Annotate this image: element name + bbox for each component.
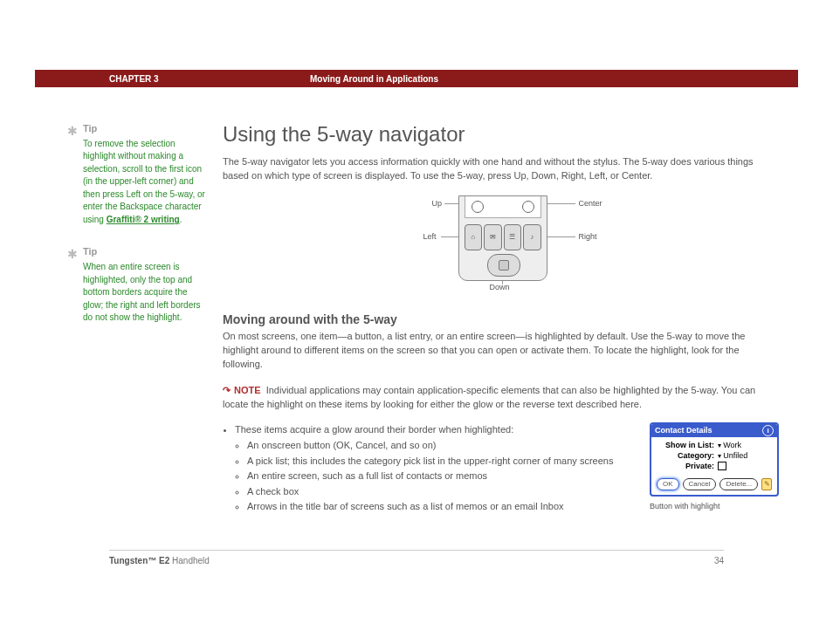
asterisk-icon: ✱	[67, 122, 78, 140]
note-block: ↷NOTE Individual applications may contai…	[223, 384, 781, 412]
header-bar: CHAPTER 3 Moving Around in Applications	[35, 70, 798, 87]
list-item: An onscreen button (OK, Cancel, and so o…	[247, 438, 632, 453]
tip-body: When an entire screen is highlighted, on…	[83, 261, 205, 325]
graffiti-link[interactable]: Graffiti® 2 writing	[107, 215, 180, 224]
palm-dialog-title: Contact Details	[655, 426, 713, 435]
diagram-label-center: Center	[579, 199, 602, 208]
field-label: Category:	[657, 451, 718, 460]
field-value: Work	[718, 441, 741, 449]
sidebar: ✱ Tip To remove the selection highlight …	[35, 122, 223, 515]
page-title: Using the 5-way navigator	[223, 122, 781, 147]
page-number: 34	[714, 556, 724, 565]
figure-caption: Button with highlight	[650, 502, 781, 512]
diagram-label-left: Left	[423, 232, 437, 241]
tip-label: Tip	[83, 245, 205, 259]
tip-block: ✱ Tip When an entire screen is highlight…	[83, 245, 205, 324]
bullet-list: These items acquire a glow around their …	[223, 422, 632, 515]
list-item: A check box	[247, 484, 632, 499]
intro-paragraph: The 5-way navigator lets you access info…	[223, 155, 781, 183]
product-name: Tungsten™ E2 Handheld	[109, 556, 210, 565]
ok-button: OK	[657, 478, 679, 490]
asterisk-icon: ✱	[67, 245, 78, 263]
tip-body: To remove the selection highlight withou…	[83, 138, 205, 227]
note-icon: ↷	[223, 385, 231, 395]
section-label: Moving Around in Applications	[310, 74, 438, 84]
bullet-lead: These items acquire a glow around their …	[235, 424, 513, 435]
tip-label: Tip	[83, 122, 205, 136]
field-label: Private:	[657, 462, 718, 470]
list-item: Arrows in the title bar of screens such …	[247, 499, 632, 514]
page-footer: Tungsten™ E2 Handheld 34	[109, 550, 724, 565]
diagram-label-up: Up	[432, 199, 443, 208]
note-attach-icon: ✎	[761, 478, 772, 490]
field-label: Show in List:	[657, 441, 718, 449]
delete-button: Delete...	[719, 478, 758, 490]
chapter-label: CHAPTER 3	[109, 74, 310, 84]
info-icon: i	[762, 425, 774, 436]
diagram-label-right: Right	[579, 232, 597, 241]
note-label: NOTE	[234, 385, 261, 395]
diagram-label-down: Down	[490, 283, 510, 291]
section-heading: Moving around with the 5-way	[223, 312, 781, 326]
palm-dialog: Contact Details i Show in List: Work Cat…	[650, 422, 779, 497]
main-content: Using the 5-way navigator The 5-way navi…	[223, 122, 798, 515]
list-item: An entire screen, such as a full list of…	[247, 469, 632, 483]
device-illustration: ⌂ ✉ ☰ ♪	[458, 195, 547, 281]
side-figure: Contact Details i Show in List: Work Cat…	[650, 422, 781, 515]
field-value: Unfiled	[718, 451, 747, 460]
tip-block: ✱ Tip To remove the selection highlight …	[83, 122, 205, 226]
checkbox-icon	[718, 462, 726, 470]
cancel-button: Cancel	[683, 478, 717, 490]
section-paragraph: On most screens, one item—a button, a li…	[223, 330, 781, 372]
note-text: Individual applications may contain appl…	[223, 385, 755, 409]
list-item: A pick list; this includes the category …	[247, 454, 632, 469]
navigator-diagram: Up Left Down Right Center	[223, 195, 781, 291]
